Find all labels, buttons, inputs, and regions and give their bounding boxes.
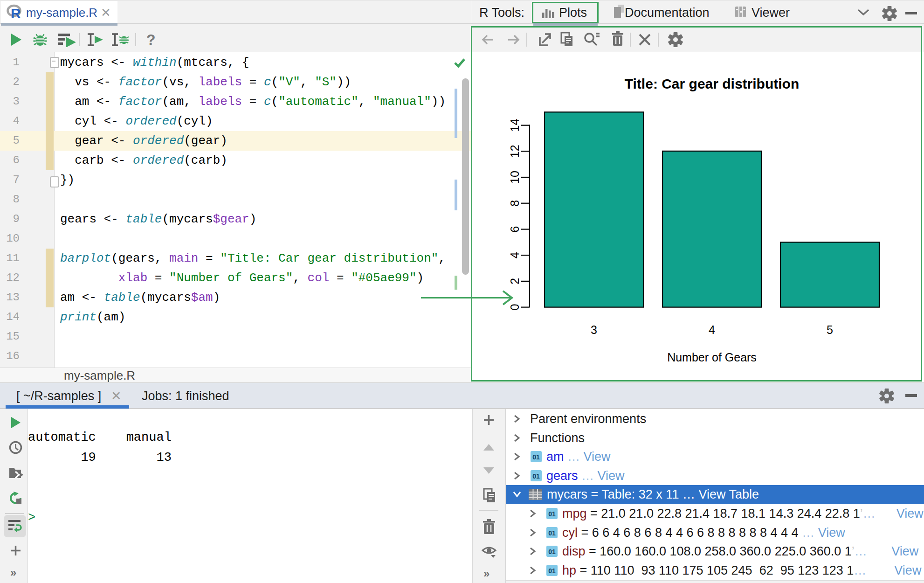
svg-text:01: 01 [532,472,540,480]
svg-text:01: 01 [548,567,556,575]
svg-text:01: 01 [548,548,556,555]
svg-text:?: ? [146,32,156,47]
svg-text:01: 01 [548,510,556,518]
svg-text:01: 01 [532,453,540,461]
svg-text:01: 01 [548,529,556,537]
svg-text:R: R [11,6,21,20]
